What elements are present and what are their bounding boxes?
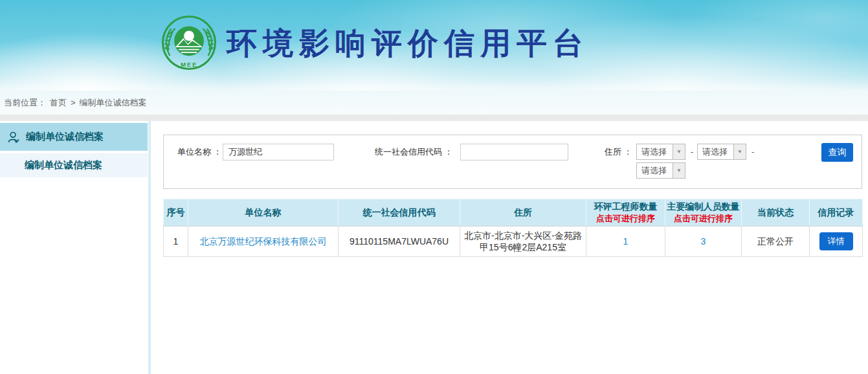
staff-count-link[interactable]: 3 [701,236,706,247]
chevron-down-icon[interactable]: ▼ [733,144,746,159]
company-name-input[interactable] [223,144,334,160]
search-form: 单位名称 ： 统一社会信用代码 ： 住所 ： 请选择 ▼ - 请选择 ▼ - 请… [163,135,862,189]
address-line-1: 北京市-北京市-大兴区-金苑路 [464,230,582,241]
col-header-credit-record: 信用记录 [810,199,863,226]
sidebar: 编制单位诚信档案 编制单位诚信档案 [0,121,148,374]
table-header-row: 序号 单位名称 统一社会信用代码 住所 环评工程师数量 点击可进行排序 主要编制… [164,199,863,226]
col-header-company: 单位名称 [188,199,339,226]
logo-text: MEE [181,61,197,68]
mee-logo-icon: MEE [161,14,217,71]
company-link[interactable]: 北京万源世纪环保科技有限公司 [200,236,327,247]
sidebar-item-credit-archive[interactable]: 编制单位诚信档案 [0,153,148,177]
chevron-down-icon[interactable]: ▼ [673,163,685,178]
table-row: 1 北京万源世纪环保科技有限公司 91110115MA7LWUA76U 北京市-… [164,226,863,257]
sidebar-item-label: 编制单位诚信档案 [25,159,102,171]
query-button[interactable]: 查询 [821,143,853,162]
col-header-engineer-count[interactable]: 环评工程师数量 点击可进行排序 [586,199,665,226]
col-header-index: 序号 [164,199,188,226]
sidebar-section-label: 编制单位诚信档案 [26,131,104,143]
district-select[interactable]: 请选择 ▼ [636,162,685,179]
col-header-staff-count[interactable]: 主要编制人员数量 点击可进行排序 [665,199,742,226]
address-dash-1: - [691,144,693,160]
address-dash-2: - [751,144,754,160]
city-select-value: 请选择 [698,146,733,158]
chevron-down-icon[interactable]: ▼ [673,144,685,159]
detail-button[interactable]: 详情 [819,232,853,250]
results-table: 序号 单位名称 统一社会信用代码 住所 环评工程师数量 点击可进行排序 主要编制… [163,199,863,257]
address-line-2: 甲15号6幢2层A215室 [480,242,566,252]
breadcrumb-home-link[interactable]: 首页 [50,97,67,109]
site-header: MEE 环境影响评价信用平台 [0,0,868,91]
col-header-address: 住所 [460,199,586,226]
staff-count-title: 主要编制人员数量 [667,201,740,212]
credit-code-label: 统一社会信用代码 ： [375,144,453,160]
breadcrumb-current: 编制单位诚信档案 [80,97,147,109]
breadcrumb-separator: > [71,98,76,107]
breadcrumb: 当前位置： 首页 > 编制单位诚信档案 [0,91,868,115]
breadcrumb-label: 当前位置： [4,97,46,109]
credit-code-input[interactable] [460,144,568,160]
sidebar-divider [148,121,151,374]
province-select[interactable]: 请选择 ▼ [636,144,685,160]
cell-credit-code: 91110115MA7LWUA76U [339,226,460,257]
cell-address: 北京市-北京市-大兴区-金苑路 甲15号6幢2层A215室 [460,226,586,257]
col-header-credit-code: 统一社会信用代码 [339,199,460,226]
engineer-sort-hint[interactable]: 点击可进行排序 [586,213,665,225]
cell-index: 1 [164,226,188,257]
staff-sort-hint[interactable]: 点击可进行排序 [665,213,741,225]
engineer-count-link[interactable]: 1 [623,236,629,247]
company-name-label: 单位名称 ： [177,144,222,160]
city-select[interactable]: 请选择 ▼ [697,144,746,160]
sidebar-section-credit-archive[interactable]: 编制单位诚信档案 [0,123,148,151]
cell-status: 正常公开 [742,226,810,257]
page: MEE 环境影响评价信用平台 当前位置： 首页 > 编制单位诚信档案 编制单位诚… [0,0,868,374]
col-header-status: 当前状态 [742,199,810,226]
site-title: 环境影响评价信用平台 [227,23,589,64]
province-select-value: 请选择 [637,146,673,158]
address-label: 住所 ： [605,144,632,160]
district-select-value: 请选择 [637,165,673,177]
user-check-icon [6,130,21,144]
divider-band [0,115,868,121]
engineer-count-title: 环评工程师数量 [594,201,658,212]
